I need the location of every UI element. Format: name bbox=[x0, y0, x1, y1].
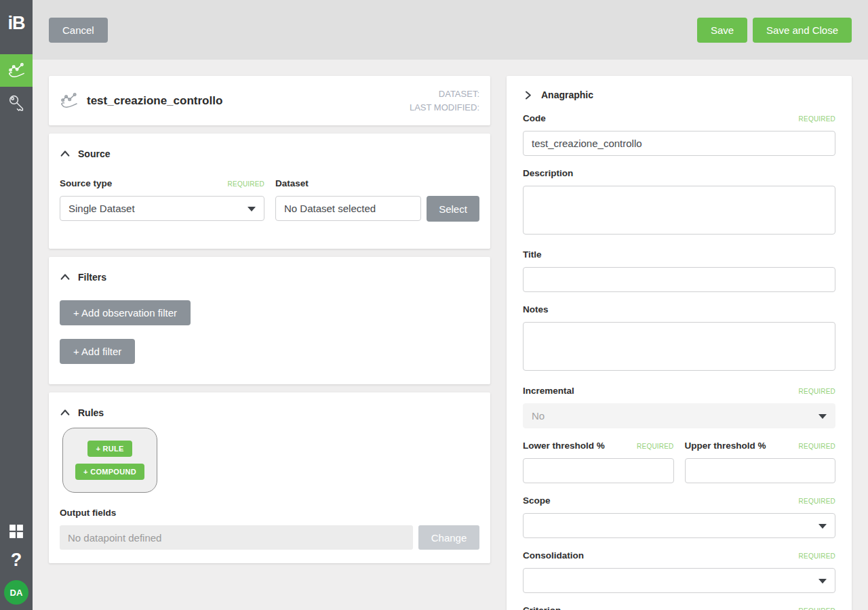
incremental-select[interactable]: No bbox=[523, 403, 835, 428]
notes-label: Notes bbox=[523, 304, 549, 314]
filters-section-title: Filters bbox=[78, 272, 106, 283]
required-badge: REQUIRED bbox=[799, 607, 835, 610]
last-modified-meta-label: LAST MODIFIED: bbox=[410, 101, 479, 115]
app-logo[interactable]: iB bbox=[8, 8, 25, 38]
caret-down-icon bbox=[818, 579, 827, 584]
topbar: Cancel Save Save and Close bbox=[33, 0, 868, 60]
upper-threshold-label: Upper threshold % bbox=[685, 441, 766, 451]
source-section-title: Source bbox=[78, 148, 110, 159]
left-column: test_creazione_controllo DATASET: LAST M… bbox=[49, 76, 490, 563]
add-filter-button[interactable]: + Add filter bbox=[60, 339, 135, 364]
lower-threshold-input[interactable] bbox=[523, 458, 674, 483]
upper-threshold-field: Upper threshold % REQUIRED bbox=[685, 441, 836, 483]
notes-input[interactable] bbox=[523, 322, 835, 371]
hand-chart-icon bbox=[60, 92, 79, 110]
apps-grid-button[interactable] bbox=[0, 520, 33, 543]
chevron-up-icon bbox=[60, 272, 71, 283]
description-input[interactable] bbox=[523, 186, 835, 235]
source-type-value: Single Dataset bbox=[68, 203, 135, 214]
rules-section-card: Rules + RULE + COMPOUND Output fields Ch… bbox=[49, 392, 490, 563]
sidebar-item-controls[interactable] bbox=[0, 54, 33, 87]
cancel-button[interactable]: Cancel bbox=[49, 18, 108, 43]
threshold-row: Lower threshold % REQUIRED Upper thresho… bbox=[523, 441, 835, 495]
dataset-input[interactable] bbox=[275, 196, 421, 221]
scope-select[interactable] bbox=[523, 513, 835, 538]
source-section-toggle[interactable]: Source bbox=[60, 148, 479, 159]
hand-chart-icon bbox=[7, 62, 26, 80]
required-badge: REQUIRED bbox=[799, 443, 835, 450]
code-input[interactable] bbox=[523, 131, 835, 156]
source-section-card: Source Source type REQUIRED Single Datas… bbox=[49, 134, 490, 249]
incremental-value: No bbox=[532, 410, 545, 422]
header-meta: DATASET: LAST MODIFIED: bbox=[410, 87, 479, 115]
anagraphic-section-toggle[interactable]: Anagraphic bbox=[523, 89, 835, 100]
filters-section-toggle[interactable]: Filters bbox=[60, 272, 479, 283]
consolidation-label: Consolidation bbox=[523, 550, 584, 561]
scope-field: Scope REQUIRED bbox=[523, 495, 835, 538]
add-rule-button[interactable]: + RULE bbox=[87, 441, 132, 457]
notes-field: Notes bbox=[523, 304, 835, 373]
sidebar-nav bbox=[0, 54, 33, 119]
chevron-up-icon bbox=[60, 407, 71, 418]
topbar-actions: Save Save and Close bbox=[697, 18, 852, 43]
required-badge: REQUIRED bbox=[799, 115, 835, 123]
criterion-label: Criterion bbox=[523, 605, 561, 610]
output-fields-input[interactable] bbox=[60, 525, 413, 550]
description-field: Description bbox=[523, 168, 835, 237]
rules-section-title: Rules bbox=[78, 407, 104, 418]
grid-icon bbox=[9, 524, 24, 539]
sidebar-bottom: ? DA bbox=[0, 520, 33, 610]
required-badge: REQUIRED bbox=[799, 552, 835, 560]
anagraphic-section-title: Anagraphic bbox=[541, 89, 593, 100]
help-button[interactable]: ? bbox=[11, 551, 22, 569]
save-and-close-button[interactable]: Save and Close bbox=[753, 18, 852, 43]
avatar[interactable]: DA bbox=[4, 580, 28, 605]
save-button[interactable]: Save bbox=[697, 18, 747, 43]
required-badge: REQUIRED bbox=[799, 497, 835, 505]
title-input[interactable] bbox=[523, 267, 835, 292]
object-header-card: test_creazione_controllo DATASET: LAST M… bbox=[49, 76, 490, 125]
caret-down-icon bbox=[818, 524, 827, 529]
rules-section-toggle[interactable]: Rules bbox=[60, 407, 479, 418]
scope-label: Scope bbox=[523, 495, 551, 506]
output-fields-label: Output fields bbox=[60, 508, 116, 518]
consolidation-field: Consolidation REQUIRED bbox=[523, 550, 835, 593]
sidebar-item-keys[interactable] bbox=[0, 87, 33, 119]
source-type-label: Source type bbox=[60, 178, 112, 188]
consolidation-select[interactable] bbox=[523, 568, 835, 593]
dataset-field: Dataset Select bbox=[275, 178, 479, 222]
key-icon bbox=[7, 94, 26, 113]
lower-threshold-field: Lower threshold % REQUIRED bbox=[523, 441, 674, 483]
add-compound-button[interactable]: + COMPOUND bbox=[75, 464, 144, 480]
required-badge: REQUIRED bbox=[228, 180, 264, 188]
upper-threshold-input[interactable] bbox=[685, 458, 836, 483]
right-column: Anagraphic Code REQUIRED Description bbox=[507, 76, 852, 610]
anagraphic-card: Anagraphic Code REQUIRED Description bbox=[507, 76, 852, 610]
title-field: Title bbox=[523, 249, 835, 292]
required-badge: REQUIRED bbox=[799, 388, 835, 395]
dataset-meta-label: DATASET: bbox=[410, 87, 479, 101]
dataset-select-button[interactable]: Select bbox=[427, 196, 479, 222]
lower-threshold-label: Lower threshold % bbox=[523, 441, 605, 451]
code-field: Code REQUIRED bbox=[523, 113, 835, 156]
filters-section-card: Filters + Add observation filter + Add f… bbox=[49, 257, 490, 384]
change-button[interactable]: Change bbox=[418, 525, 479, 550]
content: test_creazione_controllo DATASET: LAST M… bbox=[33, 60, 868, 610]
add-observation-filter-button[interactable]: + Add observation filter bbox=[60, 300, 191, 325]
source-type-field: Source type REQUIRED Single Dataset bbox=[60, 178, 264, 221]
title-label: Title bbox=[523, 249, 542, 260]
caret-down-icon bbox=[818, 414, 827, 419]
description-label: Description bbox=[523, 168, 573, 178]
criterion-field: Criterion REQUIRED bbox=[523, 605, 835, 610]
main-area: Cancel Save Save and Close test_ bbox=[33, 0, 868, 610]
source-type-select[interactable]: Single Dataset bbox=[60, 196, 264, 221]
chevron-up-icon bbox=[60, 148, 71, 159]
app-root: { "common": { "required_label": "REQUIRE… bbox=[0, 0, 868, 610]
caret-down-icon bbox=[248, 207, 256, 211]
dataset-label: Dataset bbox=[275, 178, 309, 188]
code-label: Code bbox=[523, 113, 546, 123]
sidebar: iB bbox=[0, 0, 33, 610]
incremental-label: Incremental bbox=[523, 386, 574, 396]
chevron-right-icon bbox=[523, 90, 533, 100]
incremental-field: Incremental REQUIRED No bbox=[523, 386, 835, 428]
